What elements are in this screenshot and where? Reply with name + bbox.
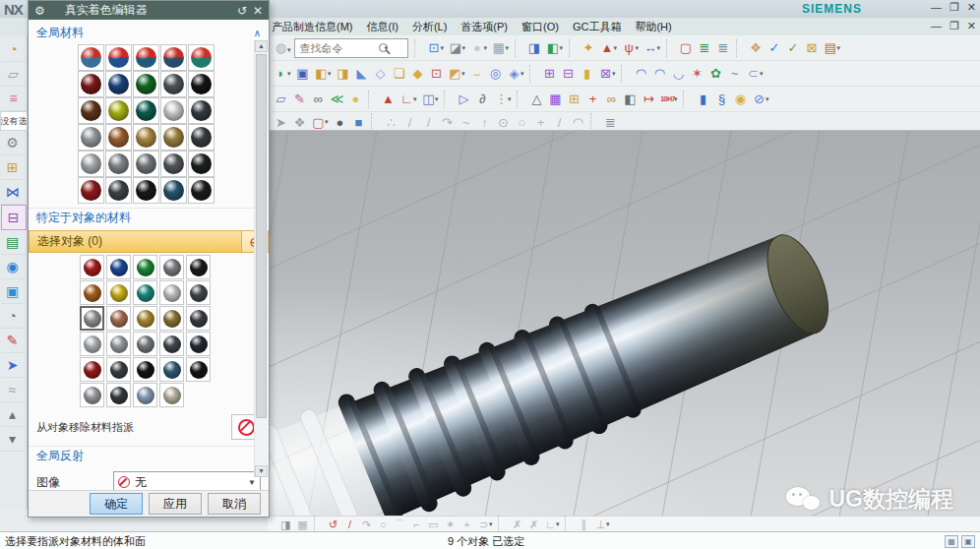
material-swatch[interactable] bbox=[106, 332, 131, 356]
point-icon[interactable]: + bbox=[459, 518, 475, 532]
tolerance-gray-icon[interactable]: ▦ bbox=[294, 518, 311, 532]
menu-item[interactable]: 帮助(H) bbox=[635, 20, 671, 34]
crosshair-icon[interactable]: + bbox=[583, 90, 602, 108]
material-swatch[interactable] bbox=[133, 124, 159, 151]
material-swatch[interactable] bbox=[106, 357, 131, 382]
part-navigator-icon[interactable]: ≡ bbox=[2, 87, 26, 111]
search-icon[interactable] bbox=[379, 43, 388, 52]
fillet-icon[interactable]: ⌒ bbox=[392, 518, 408, 532]
material-swatch[interactable] bbox=[133, 280, 157, 305]
snap-spline-icon[interactable]: ~ bbox=[457, 113, 475, 132]
parallel-constraint-icon[interactable]: ∥ bbox=[576, 518, 592, 532]
arc-icon[interactable]: ↷ bbox=[358, 518, 375, 532]
material-swatch[interactable] bbox=[188, 97, 214, 124]
material-swatch[interactable] bbox=[188, 177, 214, 204]
close-button[interactable]: ✕ bbox=[967, 1, 976, 14]
true-shading-icon[interactable]: ◨ bbox=[525, 38, 544, 57]
command-finder-input[interactable] bbox=[298, 41, 379, 55]
material-swatch[interactable] bbox=[105, 124, 132, 151]
examine-geometry-icon[interactable]: ✓ bbox=[766, 38, 784, 57]
block-icon[interactable]: ◨ bbox=[334, 64, 352, 83]
status-grid-icon[interactable]: ▦ bbox=[945, 535, 958, 548]
measure-icon-dropdown[interactable]: ▾ bbox=[657, 44, 663, 52]
material-swatch[interactable] bbox=[133, 306, 157, 331]
sketch-icon[interactable]: ▱ bbox=[272, 90, 290, 108]
binoculars-icon[interactable]: ∞ bbox=[309, 90, 328, 108]
studio-surface-icon[interactable]: ✿ bbox=[706, 64, 725, 83]
shell-icon[interactable]: ⊡ bbox=[427, 64, 446, 83]
extend-curve-icon[interactable]: ✗ bbox=[525, 518, 542, 532]
process-studio-icon[interactable]: ▣ bbox=[1, 279, 25, 304]
ok-button[interactable]: 确定 bbox=[90, 493, 143, 515]
check-mate-icon[interactable]: ⊠ bbox=[803, 38, 822, 57]
material-swatch[interactable] bbox=[160, 151, 187, 177]
material-swatch[interactable] bbox=[160, 71, 187, 97]
material-swatch[interactable] bbox=[160, 97, 187, 124]
snap-quadrant-icon[interactable]: ◠ bbox=[569, 113, 587, 132]
profile-icon[interactable]: ↺ bbox=[325, 518, 341, 532]
snap-mid-icon[interactable]: / bbox=[419, 113, 438, 132]
material-swatch[interactable] bbox=[80, 306, 104, 331]
pmi-flag-icon[interactable]: ▷ bbox=[455, 90, 473, 108]
material-swatch[interactable] bbox=[78, 71, 104, 97]
visual-effects-icon-dropdown[interactable]: ▾ bbox=[560, 44, 566, 52]
material-swatch[interactable] bbox=[188, 124, 214, 151]
snap-vertex-icon[interactable]: ↑ bbox=[475, 113, 494, 132]
dialog-close-icon[interactable]: ✕ bbox=[253, 4, 263, 18]
material-swatch[interactable] bbox=[159, 280, 184, 305]
note-plus-icon[interactable]: ⊞ bbox=[565, 90, 583, 108]
material-swatch[interactable] bbox=[186, 280, 211, 305]
menu-item[interactable]: 产品制造信息(M) bbox=[272, 20, 353, 34]
ship-navigator-icon[interactable]: ➤ bbox=[1, 353, 25, 378]
child-restore-button[interactable]: ❐ bbox=[949, 20, 959, 32]
material-swatch[interactable] bbox=[133, 177, 159, 204]
child-minimize-button[interactable]: — bbox=[931, 20, 942, 32]
curve-pencil-icon[interactable]: ✎ bbox=[290, 90, 309, 108]
corner-icon-dropdown[interactable]: ▾ bbox=[556, 520, 562, 528]
dark-sphere-icon[interactable]: ● bbox=[331, 113, 349, 132]
through-curves-icon[interactable]: ◠ bbox=[650, 64, 669, 83]
material-swatch[interactable] bbox=[80, 357, 104, 382]
material-swatch[interactable] bbox=[105, 44, 132, 71]
menu-item[interactable]: 信息(I) bbox=[367, 20, 398, 34]
datum-red-icon[interactable]: ▲ bbox=[379, 90, 398, 108]
history-icon[interactable]: ⊟ bbox=[1, 205, 27, 230]
layer-category-icon[interactable]: ≣ bbox=[696, 38, 714, 57]
collapse-caret-icon[interactable]: ∧ bbox=[254, 28, 261, 38]
cursor-icon[interactable]: ➤ bbox=[272, 113, 290, 132]
datum-plane-icon-dropdown[interactable]: ▾ bbox=[435, 95, 441, 103]
display-mode-icon[interactable]: ◨ bbox=[277, 518, 294, 532]
layer-settings-icon[interactable]: ≣ bbox=[714, 38, 733, 57]
child-close-button[interactable]: ✕ bbox=[967, 20, 976, 32]
pan-icon[interactable]: ❖ bbox=[290, 113, 309, 132]
select-object-label[interactable]: 选择对象 (0) bbox=[29, 230, 242, 253]
material-swatch[interactable] bbox=[106, 383, 131, 407]
material-swatch[interactable] bbox=[105, 177, 132, 204]
model-canvas[interactable] bbox=[269, 131, 980, 517]
dependencies-icon[interactable]: ⋈ bbox=[1, 180, 25, 205]
reset-icon[interactable]: ↺ bbox=[237, 4, 247, 18]
material-swatch[interactable] bbox=[159, 383, 184, 407]
material-swatch[interactable] bbox=[133, 71, 159, 97]
material-swatch[interactable] bbox=[105, 97, 132, 124]
color-palette-icon[interactable]: ✎ bbox=[1, 329, 25, 353]
material-swatch[interactable] bbox=[106, 255, 131, 279]
spreadsheet-icon[interactable]: ▦ bbox=[546, 90, 565, 108]
history-palette-icon[interactable]: ◔ bbox=[1, 304, 25, 329]
perpendicular-constraint-icon-dropdown[interactable]: ▾ bbox=[606, 520, 612, 528]
material-swatch[interactable] bbox=[133, 255, 157, 279]
trim-curve-icon[interactable]: ✗ bbox=[509, 518, 525, 532]
snap-end-icon[interactable]: / bbox=[400, 113, 419, 132]
minimize-button[interactable]: — bbox=[931, 1, 942, 14]
wedge-icon[interactable]: ◇ bbox=[371, 64, 390, 83]
grip-icon[interactable]: ❖ bbox=[747, 38, 766, 57]
cylinder-icon[interactable]: ▮ bbox=[578, 64, 596, 83]
snap-circle-icon[interactable]: ○ bbox=[513, 113, 531, 132]
sphere-wire-icon[interactable]: ◎ bbox=[486, 64, 505, 83]
material-swatch[interactable] bbox=[188, 71, 214, 97]
selected-shaft-segment[interactable] bbox=[336, 209, 848, 517]
material-swatch[interactable] bbox=[160, 44, 187, 71]
assign-material-icon-dropdown[interactable]: ▾ bbox=[837, 44, 843, 52]
snap-point-icon[interactable]: ∴ bbox=[382, 113, 400, 132]
sheet-body-icon-dropdown[interactable]: ▾ bbox=[760, 70, 766, 78]
